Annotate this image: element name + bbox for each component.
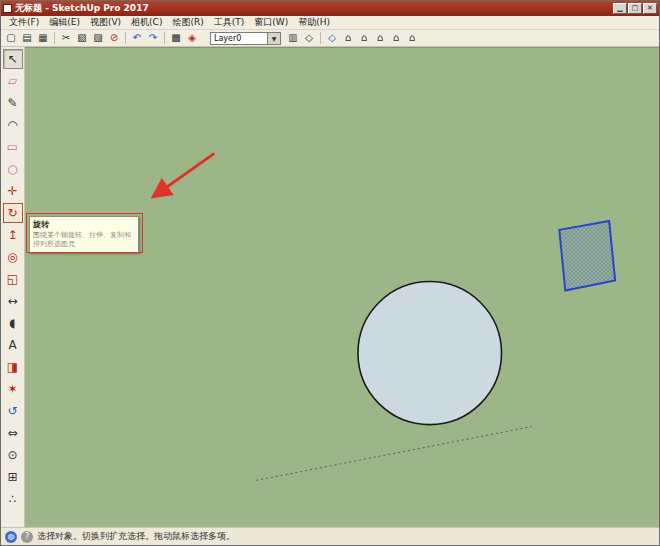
- tool-axes[interactable]: ✶: [3, 379, 23, 399]
- tool-pan[interactable]: ⇔: [3, 423, 23, 443]
- minimize-button[interactable]: ▁: [613, 3, 627, 14]
- save-icon[interactable]: ▦: [35, 31, 51, 46]
- chevron-down-icon[interactable]: ▼: [268, 32, 281, 45]
- tool-scale[interactable]: ◱: [3, 269, 23, 289]
- canvas-drawing: [25, 48, 659, 527]
- rotate-tooltip: 旋转 围绕某个轴旋转、拉伸、复制和排列所选图元: [29, 216, 139, 253]
- scale-icon: ◱: [7, 272, 18, 286]
- menu-item-tools[interactable]: 工具(T): [209, 16, 250, 29]
- text-icon: A: [8, 338, 16, 352]
- toolbar-separator: [54, 32, 55, 44]
- orbit-icon: ↺: [7, 404, 17, 418]
- zoom-extents-icon: ⊞: [7, 470, 17, 484]
- new-icon[interactable]: ▢: [3, 31, 19, 46]
- tool-arc[interactable]: ◠: [3, 115, 23, 135]
- tape-measure-icon: ↔: [7, 294, 17, 308]
- print-icon[interactable]: ▩: [168, 31, 184, 46]
- toolbar-separator: [125, 32, 126, 44]
- tooltip-description: 围绕某个轴旋转、拉伸、复制和排列所选图元: [33, 231, 135, 249]
- tool-tape-measure[interactable]: ↔: [3, 291, 23, 311]
- sketchup-window: 无标题 - SketchUp Pro 2017 ▁ □ ✕ 文件(F) 编辑(E…: [0, 0, 660, 546]
- layer-dropdown-value[interactable]: Layer0: [210, 32, 268, 45]
- push-pull-icon: ↥: [7, 228, 17, 242]
- axes-icon: ✶: [7, 382, 17, 396]
- menu-item-file[interactable]: 文件(F): [4, 16, 44, 29]
- walk-icon: ∴: [9, 492, 17, 506]
- tool-walk[interactable]: ∴: [3, 489, 23, 509]
- tool-select[interactable]: ↖: [3, 49, 23, 69]
- tool-orbit[interactable]: ↺: [3, 401, 23, 421]
- modeling-canvas[interactable]: [25, 47, 659, 527]
- menu-item-draw[interactable]: 绘图(R): [167, 16, 208, 29]
- menu-item-help[interactable]: 帮助(H): [293, 16, 335, 29]
- tool-zoom[interactable]: ⊙: [3, 445, 23, 465]
- tool-line[interactable]: ✎: [3, 93, 23, 113]
- iso-view-icon[interactable]: ◇: [324, 31, 340, 46]
- select-icon: ↖: [7, 52, 17, 66]
- app-icon: [3, 4, 12, 13]
- zoom-icon: ⊙: [7, 448, 17, 462]
- window-title: 无标题 - SketchUp Pro 2017: [15, 2, 149, 15]
- tool-push-pull[interactable]: ↥: [3, 225, 23, 245]
- status-bar: ◍ ? 选择对象。切换到扩充选择。拖动鼠标选择多项。: [1, 527, 659, 545]
- components-icon[interactable]: ◇: [301, 31, 317, 46]
- circle-icon: ○: [7, 162, 17, 176]
- menu-item-window[interactable]: 窗口(W): [249, 16, 293, 29]
- tooltip-title: 旋转: [33, 219, 135, 230]
- menu-item-view[interactable]: 视图(V): [85, 16, 126, 29]
- erase-icon[interactable]: ⊘: [106, 31, 122, 46]
- left-view-icon[interactable]: ⌂: [404, 31, 420, 46]
- tool-move[interactable]: ✛: [3, 181, 23, 201]
- open-icon[interactable]: ▤: [19, 31, 35, 46]
- toolbar-separator: [164, 32, 165, 44]
- undo-icon[interactable]: ↶: [129, 31, 145, 46]
- selected-square-shape[interactable]: [559, 221, 615, 291]
- tool-rotate[interactable]: ↻: [3, 203, 23, 223]
- close-button[interactable]: ✕: [643, 3, 657, 14]
- menu-item-camera[interactable]: 相机(C): [126, 16, 167, 29]
- menu-bar: 文件(F) 编辑(E) 视图(V) 相机(C) 绘图(R) 工具(T) 窗口(W…: [1, 16, 659, 30]
- redo-icon[interactable]: ↷: [145, 31, 161, 46]
- copy-icon[interactable]: ▧: [74, 31, 90, 46]
- tool-paint-bucket[interactable]: ◨: [3, 357, 23, 377]
- toolbar-separator: [320, 32, 321, 44]
- circle-shape[interactable]: [358, 282, 502, 425]
- help-icon[interactable]: ?: [21, 531, 33, 543]
- geolocation-icon[interactable]: ◍: [5, 531, 17, 543]
- back-view-icon[interactable]: ⌂: [388, 31, 404, 46]
- top-view-icon[interactable]: ⌂: [340, 31, 356, 46]
- move-icon: ✛: [7, 184, 17, 198]
- rectangle-icon: ▭: [7, 140, 18, 154]
- tool-text[interactable]: A: [3, 335, 23, 355]
- rotate-icon: ↻: [7, 206, 17, 220]
- annotation-arrow: [156, 153, 215, 195]
- model-info-icon[interactable]: ◈: [184, 31, 200, 46]
- tool-offset[interactable]: ◎: [3, 247, 23, 267]
- protractor-icon: ◖: [9, 316, 15, 330]
- tool-zoom-extents[interactable]: ⊞: [3, 467, 23, 487]
- tool-protractor[interactable]: ◖: [3, 313, 23, 333]
- layer-manager-icon[interactable]: ▥: [285, 31, 301, 46]
- dotted-guide-line[interactable]: [256, 427, 531, 481]
- cut-icon[interactable]: ✂: [58, 31, 74, 46]
- front-view-icon[interactable]: ⌂: [356, 31, 372, 46]
- menu-item-edit[interactable]: 编辑(E): [44, 16, 85, 29]
- arc-icon: ◠: [7, 118, 17, 132]
- tool-eraser[interactable]: ▱: [3, 71, 23, 91]
- eraser-icon: ▱: [8, 74, 17, 88]
- right-view-icon[interactable]: ⌂: [372, 31, 388, 46]
- pan-icon: ⇔: [7, 426, 17, 440]
- paste-icon[interactable]: ▨: [90, 31, 106, 46]
- tool-rectangle[interactable]: ▭: [3, 137, 23, 157]
- title-bar: 无标题 - SketchUp Pro 2017 ▁ □ ✕: [1, 1, 659, 16]
- top-toolbar: ▢ ▤ ▦ ✂ ▧ ▨ ⊘ ↶ ↷ ▩ ◈ Layer0 ▼ ▥ ◇ ◇ ⌂ ⌂…: [1, 30, 659, 47]
- paint-bucket-icon: ◨: [7, 360, 18, 374]
- pencil-icon: ✎: [7, 96, 17, 110]
- maximize-button[interactable]: □: [628, 3, 642, 14]
- layer-dropdown[interactable]: Layer0 ▼: [210, 32, 281, 45]
- tool-circle[interactable]: ○: [3, 159, 23, 179]
- left-tool-palette: ↖ ▱ ✎ ◠ ▭ ○ ✛ ↻ ↥ ◎ ◱ ↔ ◖ A ◨ ✶ ↺ ⇔ ⊙ ⊞ …: [1, 47, 25, 527]
- offset-icon: ◎: [7, 250, 17, 264]
- status-text: 选择对象。切换到扩充选择。拖动鼠标选择多项。: [37, 530, 235, 543]
